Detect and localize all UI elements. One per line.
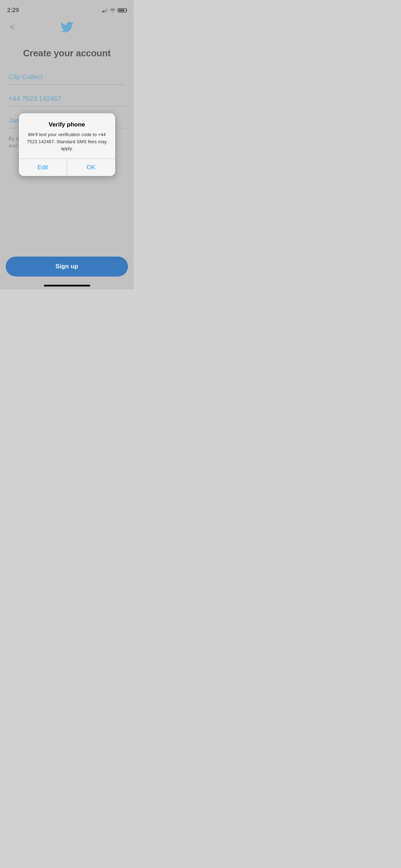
home-indicator bbox=[44, 285, 90, 286]
verify-phone-dialog: Verify phone We'll text your verificatio… bbox=[19, 113, 115, 176]
dialog-message: We'll text your verification code to +44… bbox=[25, 131, 109, 152]
dialog-title: Verify phone bbox=[25, 121, 109, 128]
dialog-content: Verify phone We'll text your verificatio… bbox=[19, 113, 115, 159]
signup-button[interactable]: Sign up bbox=[6, 257, 128, 277]
ok-button[interactable]: OK bbox=[67, 159, 115, 176]
signup-button-container: Sign up bbox=[6, 257, 128, 277]
dialog-buttons: Edit OK bbox=[19, 159, 115, 176]
edit-button[interactable]: Edit bbox=[19, 159, 67, 176]
dialog-overlay: Verify phone We'll text your verificatio… bbox=[0, 0, 134, 289]
